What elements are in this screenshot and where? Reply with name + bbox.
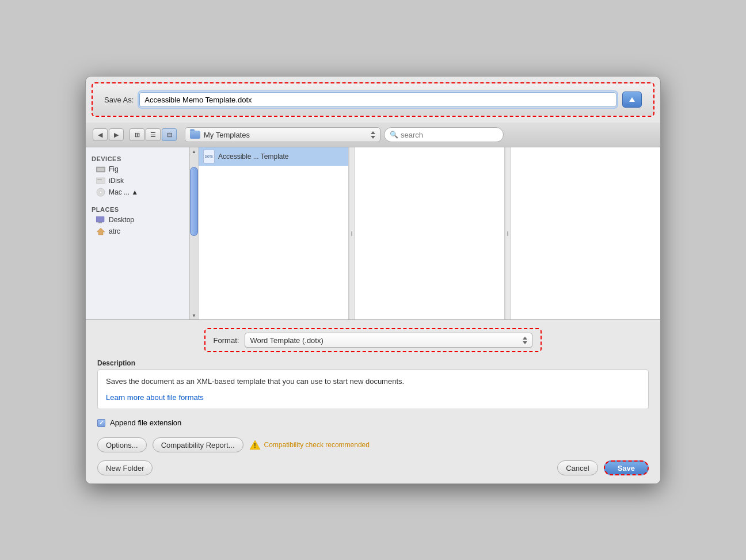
desktop-icon xyxy=(96,216,105,224)
options-row: Options... Compatibility Report... ! Com… xyxy=(97,437,649,452)
bottom-row: New Folder Cancel Save xyxy=(97,460,649,475)
options-button[interactable]: Options... xyxy=(97,437,147,452)
bottom-panel: Format: Word Template (.dotx) Descriptio… xyxy=(86,320,660,483)
file-column-1: DOTX Accessible ... Template xyxy=(199,147,349,319)
right-buttons: Cancel Save xyxy=(557,460,649,475)
file-item-template[interactable]: DOTX Accessible ... Template xyxy=(199,147,348,166)
search-input[interactable] xyxy=(384,127,504,142)
save-as-bar: Save As: xyxy=(92,82,654,117)
save-button[interactable]: Save xyxy=(604,460,649,475)
svg-rect-6 xyxy=(96,216,104,222)
append-row: ✓ Append file extension xyxy=(97,416,649,429)
save-dialog: Save As: ◀ ▶ ⊞ ☰ ⊟ xyxy=(85,76,661,484)
file-column-3 xyxy=(511,147,660,319)
icon-view-icon: ⊞ xyxy=(135,131,140,139)
new-folder-button[interactable]: New Folder xyxy=(97,460,153,475)
svg-point-5 xyxy=(100,191,102,193)
expand-button[interactable] xyxy=(622,92,642,108)
svg-rect-7 xyxy=(98,222,102,223)
location-text: My Templates xyxy=(204,131,367,139)
disk-icon xyxy=(96,177,105,185)
sidebar-item-atrc[interactable]: atrc xyxy=(86,226,189,237)
idisk-label: iDisk xyxy=(109,177,124,185)
format-value: Word Template (.dotx) xyxy=(250,336,323,345)
sidebar-item-idisk[interactable]: iDisk xyxy=(86,175,189,186)
svg-text:!: ! xyxy=(254,443,256,449)
atrc-label: atrc xyxy=(109,227,120,235)
append-checkbox[interactable]: ✓ xyxy=(97,419,105,427)
icon-view-button[interactable]: ⊞ xyxy=(130,128,144,141)
column-divider-1[interactable]: ‖ xyxy=(349,147,355,319)
expand-icon xyxy=(629,97,635,102)
nav-group: ◀ ▶ xyxy=(93,128,124,141)
search-wrapper: 🔍 xyxy=(384,127,653,142)
file-column-2 xyxy=(355,147,505,319)
column-divider-2[interactable]: ‖ xyxy=(505,147,511,319)
save-as-label: Save As: xyxy=(104,96,134,104)
places-header: PLACES xyxy=(86,203,189,214)
filename-input[interactable] xyxy=(139,92,616,107)
cancel-button[interactable]: Cancel xyxy=(557,460,597,475)
home-icon xyxy=(96,227,105,235)
scroll-up-arrow[interactable]: ▲ xyxy=(190,147,198,155)
sidebar: DEVICES Fig iDisk Mac ... ▲ PLACES xyxy=(86,147,189,319)
file-columns: DOTX Accessible ... Template ‖ ‖ xyxy=(199,147,660,319)
mac-label: Mac ... ▲ xyxy=(109,188,138,196)
cd-icon xyxy=(96,188,105,196)
devices-header: DEVICES xyxy=(86,152,189,163)
svg-rect-3 xyxy=(97,179,102,180)
file-name: Accessible ... Template xyxy=(218,153,289,161)
drive-icon xyxy=(96,165,105,173)
location-arrows xyxy=(371,131,375,139)
svg-rect-2 xyxy=(96,178,105,184)
sidebar-scrollbar[interactable]: ▲ ▼ xyxy=(189,147,199,319)
svg-rect-1 xyxy=(97,168,104,171)
scroll-down-arrow[interactable]: ▼ xyxy=(190,311,198,319)
learn-more-link[interactable]: Learn more about file formats xyxy=(106,392,640,403)
sidebar-item-fig[interactable]: Fig xyxy=(86,163,189,175)
description-label: Description xyxy=(97,359,649,367)
description-section: Description Saves the document as an XML… xyxy=(97,359,649,409)
toolbar: ◀ ▶ ⊞ ☰ ⊟ My Templates xyxy=(86,123,660,147)
list-view-button[interactable]: ☰ xyxy=(146,128,161,141)
location-selector[interactable]: My Templates xyxy=(185,127,380,142)
format-label: Format: xyxy=(214,336,239,345)
format-select[interactable]: Word Template (.dotx) xyxy=(245,333,532,348)
sidebar-item-mac[interactable]: Mac ... ▲ xyxy=(86,186,189,198)
sidebar-item-desktop[interactable]: Desktop xyxy=(86,214,189,226)
warning-text: Compatibility check recommended xyxy=(264,441,370,449)
back-button[interactable]: ◀ xyxy=(93,128,108,141)
view-group: ⊞ ☰ ⊟ xyxy=(130,128,177,141)
format-row-inner: Format: Word Template (.dotx) xyxy=(204,328,542,352)
browser-area: DEVICES Fig iDisk Mac ... ▲ PLACES xyxy=(86,147,660,320)
desktop-label: Desktop xyxy=(109,216,134,224)
folder-icon xyxy=(190,131,200,139)
description-box: Saves the document as an XML-based templ… xyxy=(97,369,649,409)
scroll-thumb[interactable] xyxy=(190,167,198,236)
column-view-button[interactable]: ⊟ xyxy=(162,128,177,141)
warning-icon: ! xyxy=(249,440,261,450)
svg-marker-8 xyxy=(97,228,105,235)
dotx-icon: DOTX xyxy=(203,150,215,163)
append-label: Append file extension xyxy=(110,418,181,427)
format-row: Format: Word Template (.dotx) xyxy=(97,328,649,352)
forward-button[interactable]: ▶ xyxy=(109,128,124,141)
fig-label: Fig xyxy=(109,165,119,173)
format-arrows xyxy=(523,337,527,344)
warning-group: ! Compatibility check recommended xyxy=(249,440,370,450)
list-view-icon: ☰ xyxy=(150,131,156,139)
compatibility-report-button[interactable]: Compatibility Report... xyxy=(153,437,243,452)
description-text: Saves the document as an XML-based templ… xyxy=(106,377,404,386)
column-view-icon: ⊟ xyxy=(167,131,172,139)
checkmark-icon: ✓ xyxy=(99,420,104,426)
